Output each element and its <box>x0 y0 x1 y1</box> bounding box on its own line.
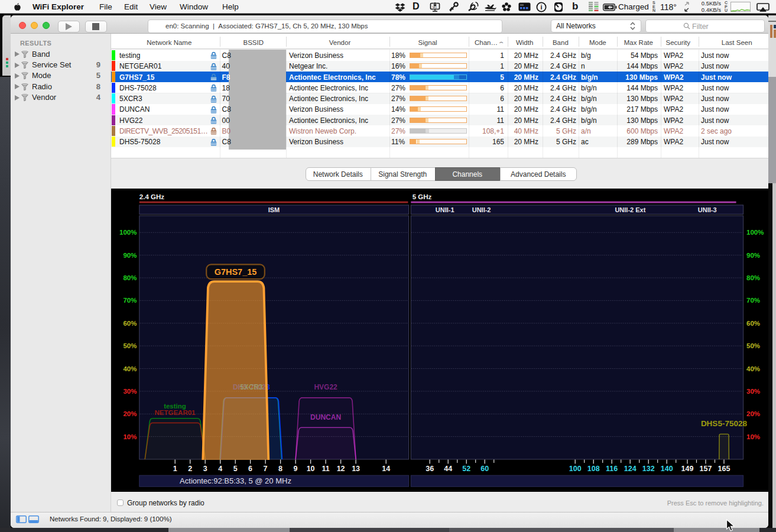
svg-text:20%: 20% <box>123 410 137 417</box>
svg-text:132: 132 <box>642 464 655 472</box>
svg-text:70%: 70% <box>746 297 760 304</box>
svg-text:60: 60 <box>480 464 489 472</box>
svg-text:30%: 30% <box>746 387 760 394</box>
svg-text:7: 7 <box>264 464 268 472</box>
svg-text:2.4 GHz: 2.4 GHz <box>139 193 164 200</box>
svg-text:8: 8 <box>278 464 283 472</box>
svg-text:50%: 50% <box>123 342 137 349</box>
svg-text:60%: 60% <box>123 319 137 326</box>
svg-text:NETGEAR01: NETGEAR01 <box>154 408 196 416</box>
svg-text:12: 12 <box>337 464 345 472</box>
svg-text:90%: 90% <box>746 251 760 258</box>
svg-text:6: 6 <box>248 464 252 472</box>
svg-text:116: 116 <box>606 464 618 472</box>
svg-text:UNII-2 Ext: UNII-2 Ext <box>615 206 645 213</box>
svg-text:30%: 30% <box>123 387 137 394</box>
svg-text:10%: 10% <box>746 433 760 440</box>
svg-text:44: 44 <box>444 464 452 472</box>
svg-text:20%: 20% <box>746 410 760 417</box>
svg-text:G7HS7_15: G7HS7_15 <box>215 267 257 277</box>
svg-text:10: 10 <box>307 464 315 472</box>
svg-text:36: 36 <box>426 464 434 472</box>
svg-text:165: 165 <box>718 464 730 472</box>
svg-text:5: 5 <box>233 464 238 472</box>
svg-text:DUNCAN: DUNCAN <box>310 413 341 421</box>
svg-text:DHS5-75028: DHS5-75028 <box>701 419 748 427</box>
svg-text:108: 108 <box>587 464 600 472</box>
svg-text:2: 2 <box>188 464 192 472</box>
svg-text:4: 4 <box>218 464 222 472</box>
svg-text:i: i <box>540 4 542 11</box>
svg-text:80%: 80% <box>123 274 137 281</box>
svg-text:UNII-1: UNII-1 <box>436 206 454 213</box>
svg-text:Actiontec:92:B5:33, 5 @ 20 MHz: Actiontec:92:B5:33, 5 @ 20 MHz <box>180 476 291 485</box>
svg-text:100%: 100% <box>746 229 764 236</box>
svg-text:40%: 40% <box>746 365 760 372</box>
svg-text:157: 157 <box>700 464 712 472</box>
svg-text:90%: 90% <box>123 251 137 258</box>
svg-text:UNII-3: UNII-3 <box>698 206 717 213</box>
svg-text:70%: 70% <box>123 297 137 304</box>
svg-text:MJ: MJ <box>433 5 437 9</box>
svg-text:40%: 40% <box>123 365 137 372</box>
svg-text:11: 11 <box>322 464 329 472</box>
svg-text:1: 1 <box>173 464 177 472</box>
svg-text:149: 149 <box>681 464 694 472</box>
svg-text:124: 124 <box>624 464 637 472</box>
svg-text:14: 14 <box>382 464 390 472</box>
svg-text:ISM: ISM <box>268 206 280 213</box>
svg-text:13: 13 <box>352 464 360 472</box>
svg-text:100: 100 <box>569 464 582 472</box>
svg-text:80%: 80% <box>746 274 760 281</box>
svg-text:HVG22: HVG22 <box>314 382 337 391</box>
svg-text:5 GHz: 5 GHz <box>413 193 432 200</box>
svg-text:100%: 100% <box>119 229 137 236</box>
svg-text:9: 9 <box>294 464 298 472</box>
svg-text:140: 140 <box>661 464 673 472</box>
svg-text:UNII-2: UNII-2 <box>472 206 491 213</box>
svg-text:10%: 10% <box>123 433 137 440</box>
svg-text:60%: 60% <box>746 319 760 326</box>
svg-text:52: 52 <box>462 464 470 472</box>
svg-text:3: 3 <box>203 464 207 472</box>
svg-text:50%: 50% <box>746 342 760 349</box>
